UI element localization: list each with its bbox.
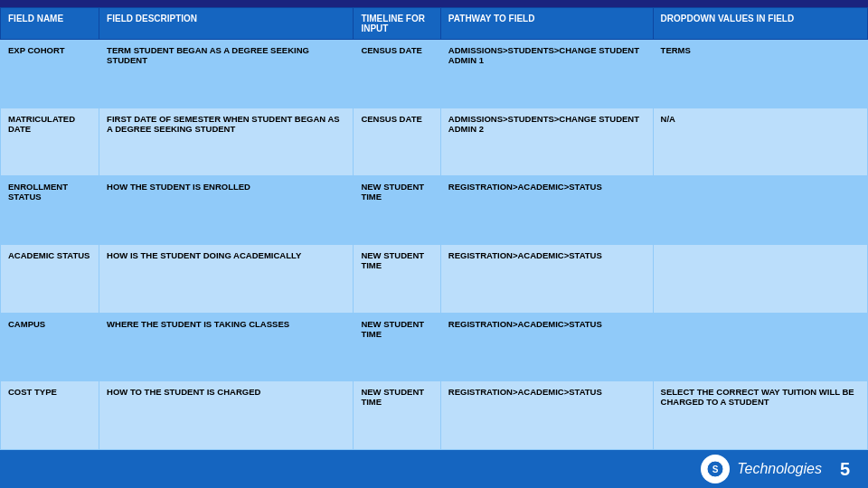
svg-text:S: S <box>712 465 719 474</box>
footer-page-number: 5 <box>840 459 850 480</box>
table-row: CAMPUSWHERE THE STUDENT IS TAKING CLASSE… <box>1 313 868 381</box>
pathway-cell: REGISTRATION>ACADEMIC>STATUS <box>440 244 653 313</box>
timeline-cell: CENSUS DATE <box>354 40 440 108</box>
dropdown-cell <box>653 313 867 381</box>
logo-icon: S <box>706 460 724 478</box>
field-name-cell: CAMPUS <box>1 313 99 381</box>
pathway-cell: REGISTRATION>ACADEMIC>STATUS <box>440 313 653 381</box>
table-row: ACADEMIC STATUSHOW IS THE STUDENT DOING … <box>1 244 868 313</box>
table-body: EXP COHORTTERM STUDENT BEGAN AS A DEGREE… <box>1 40 868 450</box>
dropdown-cell <box>653 176 867 245</box>
table-row: EXP COHORTTERM STUDENT BEGAN AS A DEGREE… <box>1 40 868 108</box>
field-name-cell: MATRICULATED DATE <box>1 108 99 176</box>
timeline-cell: NEW STUDENT TIME <box>354 176 440 245</box>
timeline-cell: NEW STUDENT TIME <box>354 381 440 450</box>
pathway-cell: REGISTRATION>ACADEMIC>STATUS <box>440 381 653 450</box>
header-row: FIELD NAME FIELD DESCRIPTION TIMELINE FO… <box>1 8 868 40</box>
footer: S Technologies 5 <box>0 450 868 488</box>
col-header-field-name: FIELD NAME <box>1 8 99 40</box>
field-name-cell: ENROLLMENT STATUS <box>1 176 99 245</box>
dropdown-cell: SELECT THE CORRECT WAY TUITION WILL BE C… <box>653 381 867 450</box>
timeline-cell: NEW STUDENT TIME <box>354 244 440 313</box>
timeline-cell: CENSUS DATE <box>354 108 440 176</box>
field-description-cell: WHERE THE STUDENT IS TAKING CLASSES <box>99 313 354 381</box>
field-description-cell: HOW TO THE STUDENT IS CHARGED <box>99 381 354 450</box>
dropdown-cell: TERMS <box>653 40 867 108</box>
main-table: FIELD NAME FIELD DESCRIPTION TIMELINE FO… <box>0 7 868 450</box>
field-name-cell: ACADEMIC STATUS <box>1 244 99 313</box>
col-header-pathway: PATHWAY TO FIELD <box>440 8 653 40</box>
dropdown-cell: N/A <box>653 108 867 176</box>
table-container: FIELD NAME FIELD DESCRIPTION TIMELINE FO… <box>0 0 868 488</box>
field-description-cell: FIRST DATE OF SEMESTER WHEN STUDENT BEGA… <box>99 108 354 176</box>
col-header-dropdown: DROPDOWN VALUES IN FIELD <box>653 8 867 40</box>
table-row: ENROLLMENT STATUSHOW THE STUDENT IS ENRO… <box>1 176 868 245</box>
field-description-cell: HOW THE STUDENT IS ENROLLED <box>99 176 354 245</box>
logo-circle: S <box>701 455 730 483</box>
timeline-cell: NEW STUDENT TIME <box>354 313 440 381</box>
field-description-cell: TERM STUDENT BEGAN AS A DEGREE SEEKING S… <box>99 40 354 108</box>
pathway-cell: REGISTRATION>ACADEMIC>STATUS <box>440 176 653 245</box>
pathway-cell: ADMISSIONS>STUDENTS>CHANGE STUDENT ADMIN… <box>440 40 653 108</box>
table-row: MATRICULATED DATEFIRST DATE OF SEMESTER … <box>1 108 868 176</box>
field-name-cell: EXP COHORT <box>1 40 99 108</box>
top-bar <box>0 0 868 7</box>
field-name-cell: COST TYPE <box>1 381 99 450</box>
table-row: COST TYPEHOW TO THE STUDENT IS CHARGEDNE… <box>1 381 868 450</box>
col-header-timeline: TIMELINE FOR INPUT <box>354 8 440 40</box>
pathway-cell: ADMISSIONS>STUDENTS>CHANGE STUDENT ADMIN… <box>440 108 653 176</box>
field-description-cell: HOW IS THE STUDENT DOING ACADEMICALLY <box>99 244 354 313</box>
footer-logo-text: Technologies <box>737 461 822 477</box>
dropdown-cell <box>653 244 867 313</box>
footer-logo: S Technologies 5 <box>701 455 850 483</box>
col-header-field-description: FIELD DESCRIPTION <box>99 8 354 40</box>
